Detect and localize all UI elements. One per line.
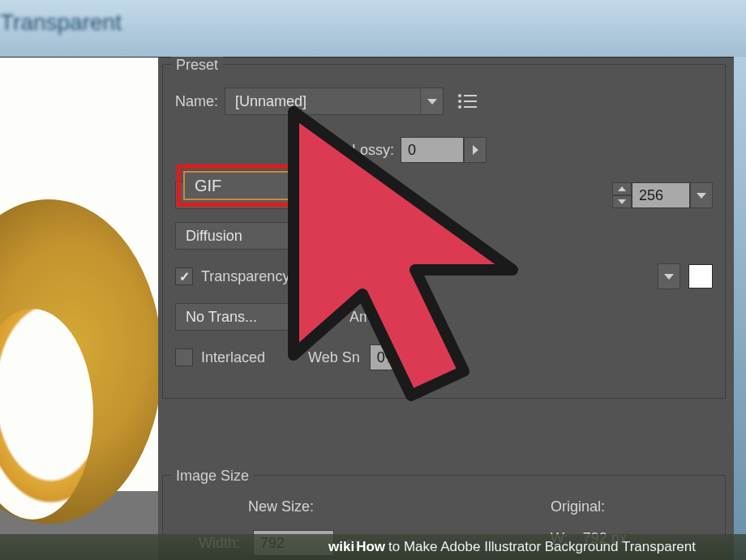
colors-dropdown-icon[interactable] <box>690 182 713 208</box>
window-titlebar: Transparent <box>0 0 746 57</box>
window-title: Transparent <box>0 10 122 36</box>
matte-color-swatch[interactable] <box>688 264 713 289</box>
check-icon: ✓ <box>179 269 190 284</box>
wikihow-logo-wiki: wiki <box>328 539 354 555</box>
preview-panel <box>0 58 158 560</box>
caption-text: to Make Adobe Illustrator Background Tra… <box>388 539 696 555</box>
matte-dropdown-icon[interactable] <box>658 263 680 289</box>
image-size-legend: Image Size <box>171 468 254 485</box>
new-size-label: New Size: <box>248 498 544 515</box>
cursor-pointer-annotation <box>253 96 577 412</box>
name-label: Name: <box>175 93 218 110</box>
transparency-checkbox[interactable]: ✓ <box>175 267 193 285</box>
original-label: Original: <box>551 498 706 515</box>
interlaced-checkbox[interactable] <box>175 348 193 366</box>
colors-stepper[interactable] <box>612 182 632 208</box>
caption-bar: wikiHow to Make Adobe Illustrator Backgr… <box>0 534 746 560</box>
preset-legend: Preset <box>171 57 223 74</box>
colors-input[interactable]: 256 <box>632 182 690 208</box>
wikihow-logo-how: How <box>356 539 385 555</box>
